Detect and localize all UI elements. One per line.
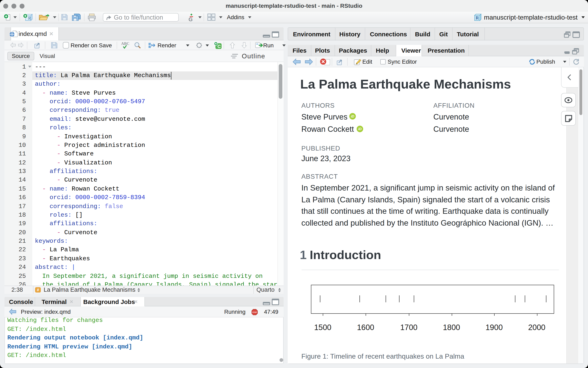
svg-text:R: R [28,16,31,20]
svg-text:G: G [189,16,193,22]
svg-text:C: C [218,44,221,49]
svg-text:STOP: STOP [252,311,257,313]
svg-text:ABC: ABC [121,41,129,46]
svg-text:R: R [476,15,479,20]
